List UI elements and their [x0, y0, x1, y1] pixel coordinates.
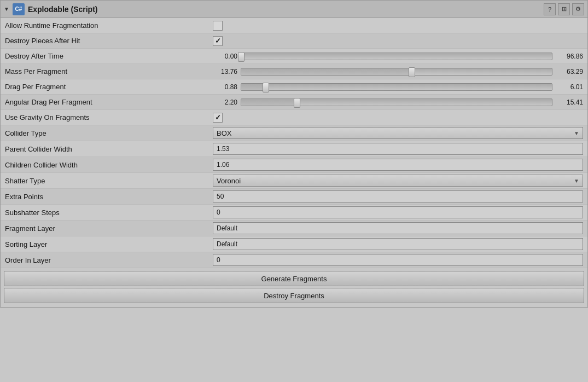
field-row-sorting-layer: Sorting Layer — [1, 236, 587, 252]
slider-fill-mass-per-fragment — [241, 68, 412, 75]
slider-container-mass-per-fragment: 13.7663.29 — [213, 68, 583, 76]
field-row-order-in-layer: Order In Layer — [1, 252, 587, 268]
dropdown-text-collider-type: BOX — [217, 129, 574, 137]
fields-container: Allow Runtime FragmentationDestroy Piece… — [1, 18, 587, 268]
field-row-fragment-layer: Fragment Layer — [1, 221, 587, 236]
dropdown-text-shatter-type: Voronoi — [217, 177, 574, 185]
field-row-shatter-type: Shatter TypeVoronoi▼ — [1, 173, 587, 189]
field-row-parent-collider-width: Parent Collider Width — [1, 141, 587, 157]
input-children-collider-width[interactable] — [213, 159, 583, 171]
label-order-in-layer: Order In Layer — [5, 256, 213, 264]
label-angular-drag-per-fragment: Angular Drag Per Fragment — [5, 98, 213, 106]
value-destroy-pieces-after-hit — [213, 36, 583, 46]
field-row-destroy-after-time: Destroy After Time0.0096.86 — [1, 49, 587, 64]
gear-icon-btn[interactable]: ⚙ — [572, 3, 584, 15]
slider-thumb-angular-drag-per-fragment[interactable] — [294, 98, 300, 108]
slider-left-val-drag-per-fragment: 0.88 — [213, 83, 237, 91]
value-destroy-after-time: 0.0096.86 — [213, 53, 583, 60]
field-row-mass-per-fragment: Mass Per Fragment13.7663.29 — [1, 64, 587, 79]
label-collider-type: Collider Type — [5, 129, 213, 137]
value-parent-collider-width — [213, 143, 583, 155]
settings-icon-btn[interactable]: ⊞ — [558, 3, 570, 15]
slider-track-destroy-after-time[interactable] — [241, 53, 552, 60]
slider-container-angular-drag-per-fragment: 2.2015.41 — [213, 99, 583, 106]
slider-thumb-drag-per-fragment[interactable] — [263, 83, 269, 92]
value-drag-per-fragment: 0.886.01 — [213, 83, 583, 91]
slider-thumb-mass-per-fragment[interactable] — [409, 67, 415, 77]
value-use-gravity-on-fragments — [213, 113, 583, 123]
component-header: ▼ C# Explodable (Script) ? ⊞ ⚙ — [1, 1, 587, 18]
label-shatter-type: Shatter Type — [5, 177, 213, 185]
help-icon-btn[interactable]: ? — [544, 3, 556, 15]
slider-fill-angular-drag-per-fragment — [241, 99, 297, 106]
cs-icon: C# — [13, 3, 25, 15]
label-drag-per-fragment: Drag Per Fragment — [5, 83, 213, 91]
label-sorting-layer: Sorting Layer — [5, 240, 213, 248]
field-row-drag-per-fragment: Drag Per Fragment0.886.01 — [1, 79, 587, 95]
slider-track-mass-per-fragment[interactable] — [241, 68, 552, 76]
label-allow-runtime-fragmentation: Allow Runtime Fragmentation — [5, 21, 213, 30]
slider-right-val-angular-drag-per-fragment: 15.41 — [556, 99, 583, 106]
slider-left-val-angular-drag-per-fragment: 2.20 — [213, 99, 237, 106]
value-subshatter-steps — [213, 206, 583, 218]
label-fragment-layer: Fragment Layer — [5, 224, 213, 233]
explodable-script-panel: ▼ C# Explodable (Script) ? ⊞ ⚙ Allow Run… — [0, 0, 588, 308]
input-subshatter-steps[interactable] — [213, 206, 583, 218]
slider-thumb-destroy-after-time[interactable] — [238, 52, 244, 62]
label-extra-points: Extra Points — [5, 193, 213, 201]
field-row-extra-points: Extra Points — [1, 189, 587, 205]
dropdown-collider-type[interactable]: BOX▼ — [213, 127, 583, 139]
field-row-allow-runtime-fragmentation: Allow Runtime Fragmentation — [1, 18, 587, 33]
dropdown-arrow-shatter-type: ▼ — [574, 178, 579, 184]
label-destroy-pieces-after-hit: Destroy Pieces After Hit — [5, 37, 213, 45]
value-extra-points — [213, 190, 583, 202]
label-mass-per-fragment: Mass Per Fragment — [5, 67, 213, 76]
label-children-collider-width: Children Collider Width — [5, 161, 213, 169]
header-icons: ? ⊞ ⚙ — [544, 3, 584, 15]
input-parent-collider-width[interactable] — [213, 143, 583, 155]
field-row-children-collider-width: Children Collider Width — [1, 157, 587, 173]
field-row-angular-drag-per-fragment: Angular Drag Per Fragment2.2015.41 — [1, 95, 587, 110]
value-angular-drag-per-fragment: 2.2015.41 — [213, 99, 583, 106]
field-row-use-gravity-on-fragments: Use Gravity On Fragments — [1, 110, 587, 125]
slider-left-val-destroy-after-time: 0.00 — [213, 53, 237, 60]
buttons-area: Generate Fragments Destroy Fragments — [1, 268, 587, 307]
label-destroy-after-time: Destroy After Time — [5, 52, 213, 60]
field-row-collider-type: Collider TypeBOX▼ — [1, 125, 587, 141]
component-title: Explodable (Script) — [28, 5, 540, 14]
input-order-in-layer[interactable] — [213, 254, 583, 266]
dropdown-arrow-collider-type: ▼ — [574, 130, 579, 136]
label-subshatter-steps: Subshatter Steps — [5, 209, 213, 217]
slider-right-val-destroy-after-time: 96.86 — [556, 53, 583, 60]
slider-track-angular-drag-per-fragment[interactable] — [241, 99, 552, 106]
value-allow-runtime-fragmentation — [213, 21, 583, 31]
input-sorting-layer[interactable] — [213, 238, 583, 250]
value-fragment-layer — [213, 222, 583, 234]
value-mass-per-fragment: 13.7663.29 — [213, 68, 583, 76]
collapse-arrow[interactable]: ▼ — [4, 6, 9, 12]
generate-fragments-button[interactable]: Generate Fragments — [4, 271, 584, 286]
label-parent-collider-width: Parent Collider Width — [5, 145, 213, 153]
slider-track-drag-per-fragment[interactable] — [241, 83, 552, 91]
destroy-fragments-button[interactable]: Destroy Fragments — [4, 288, 584, 303]
value-order-in-layer — [213, 254, 583, 266]
slider-right-val-drag-per-fragment: 6.01 — [556, 83, 583, 91]
checkbox-allow-runtime-fragmentation[interactable] — [213, 21, 223, 31]
slider-container-drag-per-fragment: 0.886.01 — [213, 83, 583, 91]
label-use-gravity-on-fragments: Use Gravity On Fragments — [5, 113, 213, 121]
slider-right-val-mass-per-fragment: 63.29 — [556, 68, 583, 76]
value-collider-type: BOX▼ — [213, 127, 583, 139]
dropdown-shatter-type[interactable]: Voronoi▼ — [213, 175, 583, 187]
field-row-destroy-pieces-after-hit: Destroy Pieces After Hit — [1, 33, 587, 49]
input-extra-points[interactable] — [213, 190, 583, 202]
checkbox-destroy-pieces-after-hit[interactable] — [213, 36, 223, 46]
input-fragment-layer[interactable] — [213, 222, 583, 234]
value-children-collider-width — [213, 159, 583, 171]
slider-left-val-mass-per-fragment: 13.76 — [213, 68, 237, 76]
value-sorting-layer — [213, 238, 583, 250]
slider-container-destroy-after-time: 0.0096.86 — [213, 53, 583, 60]
value-shatter-type: Voronoi▼ — [213, 175, 583, 187]
checkbox-use-gravity-on-fragments[interactable] — [213, 113, 223, 123]
field-row-subshatter-steps: Subshatter Steps — [1, 205, 587, 221]
